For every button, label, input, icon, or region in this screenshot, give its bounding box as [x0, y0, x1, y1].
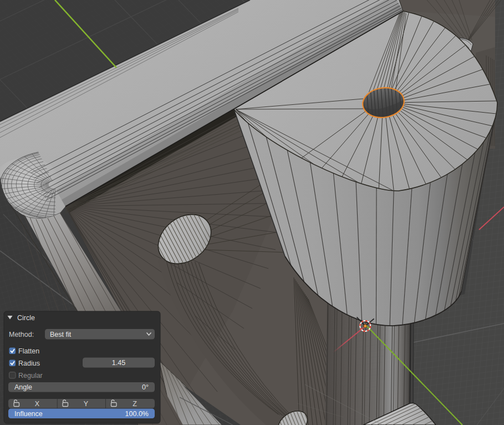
- svg-text:X: X: [35, 400, 40, 408]
- svg-text:Regular: Regular: [18, 372, 43, 380]
- svg-text:1.45: 1.45: [112, 359, 125, 367]
- svg-text:Angle: Angle: [14, 383, 32, 391]
- svg-text:Z: Z: [133, 400, 137, 408]
- svg-text:Circle: Circle: [17, 314, 35, 322]
- svg-text:Best fit: Best fit: [50, 331, 72, 338]
- svg-text:Y: Y: [84, 400, 89, 408]
- svg-text:Influence: Influence: [14, 410, 43, 418]
- svg-text:Method:: Method:: [9, 331, 34, 338]
- svg-text:100.0%: 100.0%: [125, 410, 149, 418]
- svg-text:Radius: Radius: [18, 360, 40, 367]
- svg-text:0°: 0°: [142, 383, 149, 391]
- svg-text:Flatten: Flatten: [18, 347, 39, 355]
